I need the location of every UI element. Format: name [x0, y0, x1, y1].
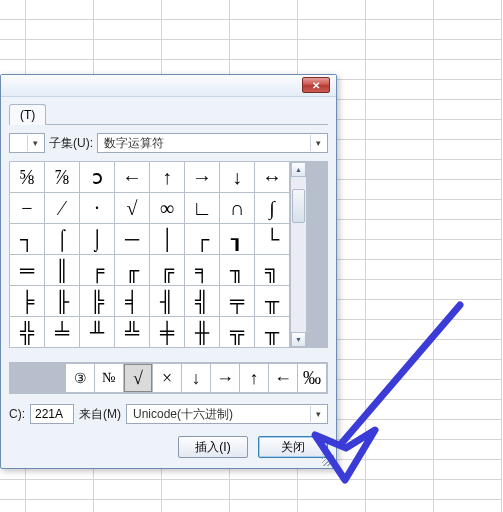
symbol-cell[interactable]: ─	[115, 224, 149, 254]
insert-button[interactable]: 插入(I)	[178, 436, 248, 458]
symbol-cell[interactable]: ←	[115, 162, 149, 192]
symbol-cell[interactable]: ⅝	[10, 162, 44, 192]
dialog-titlebar[interactable]: ✕	[1, 75, 336, 97]
recent-symbols: ③№√×↓→↑←‰	[9, 362, 328, 394]
symbol-cell[interactable]: ╧	[45, 317, 79, 347]
chevron-down-icon	[310, 406, 325, 422]
symbol-cell[interactable]: │	[150, 224, 184, 254]
font-combo[interactable]	[9, 133, 45, 153]
symbol-cell[interactable]: ╔	[150, 255, 184, 285]
scroll-down-icon[interactable]: ▼	[291, 332, 306, 347]
symbol-cell[interactable]: ╟	[45, 286, 79, 316]
symbol-cell[interactable]: ╨	[80, 317, 114, 347]
close-icon[interactable]: ✕	[302, 77, 330, 93]
symbol-cell[interactable]: ∫	[255, 193, 289, 223]
close-button[interactable]: 关闭	[258, 436, 328, 458]
symbol-cell[interactable]: ╞	[10, 286, 44, 316]
chevron-down-icon	[27, 135, 42, 151]
tab-special[interactable]: (T)	[9, 104, 46, 125]
symbol-grid: ⅝⅞ↄ←↑→↓↔▲▼−∕∙√∞∟∩∫┐⌠⌡─│┌┒└═║╒╓╔╕╖╗╞╟╠╡╢╣…	[9, 161, 328, 348]
recent-symbol[interactable]: ×	[153, 364, 181, 392]
from-combo[interactable]: Unicode(十六进制)	[126, 404, 328, 424]
symbol-cell[interactable]: ╦	[220, 317, 254, 347]
recent-symbol[interactable]: →	[211, 364, 239, 392]
scroll-thumb[interactable]	[292, 189, 305, 223]
scroll-up-icon[interactable]: ▲	[291, 162, 306, 177]
symbol-cell[interactable]: ╓	[115, 255, 149, 285]
symbol-cell[interactable]: └	[255, 224, 289, 254]
symbol-cell[interactable]: ∩	[220, 193, 254, 223]
symbol-cell[interactable]: ═	[10, 255, 44, 285]
symbol-dialog: ✕ (T) 子集(U): 数字运算符 ⅝⅞ↄ←↑→↓↔▲▼−∕∙√∞∟∩∫┐⌠⌡…	[0, 74, 337, 469]
symbol-grid-scrollbar[interactable]: ▲▼	[290, 162, 306, 347]
symbol-cell[interactable]: →	[185, 162, 219, 192]
symbol-cell[interactable]: ↔	[255, 162, 289, 192]
symbol-cell[interactable]: ╥	[255, 317, 289, 347]
symbol-cell[interactable]: ∕	[45, 193, 79, 223]
symbol-cell[interactable]: ┒	[220, 224, 254, 254]
symbol-cell[interactable]: ╩	[115, 317, 149, 347]
symbol-cell[interactable]: ╕	[185, 255, 219, 285]
symbol-cell[interactable]: ↄ	[80, 162, 114, 192]
recent-symbol[interactable]: √	[124, 364, 152, 392]
symbol-cell[interactable]: ↑	[150, 162, 184, 192]
recent-symbol[interactable]: ↓	[182, 364, 210, 392]
symbol-cell[interactable]: ┌	[185, 224, 219, 254]
recent-symbol[interactable]: ←	[269, 364, 297, 392]
subset-label: 子集(U):	[49, 135, 93, 152]
symbol-cell[interactable]: ╗	[255, 255, 289, 285]
symbol-cell[interactable]: ╥	[255, 286, 289, 316]
recent-symbol[interactable]: ③	[66, 364, 94, 392]
from-label: 来自(M)	[79, 406, 121, 423]
symbol-cell[interactable]: ╪	[150, 317, 184, 347]
symbol-cell[interactable]: ╬	[10, 317, 44, 347]
symbol-cell[interactable]: ╤	[220, 286, 254, 316]
char-code-label: C):	[9, 407, 25, 421]
resize-grip-icon[interactable]	[322, 454, 334, 466]
symbol-cell[interactable]: ╡	[115, 286, 149, 316]
symbol-cell[interactable]: ∟	[185, 193, 219, 223]
symbol-cell[interactable]: ⌡	[80, 224, 114, 254]
symbol-cell[interactable]: ╣	[185, 286, 219, 316]
symbol-cell[interactable]: −	[10, 193, 44, 223]
subset-combo[interactable]: 数字运算符	[97, 133, 328, 153]
symbol-cell[interactable]: ║	[45, 255, 79, 285]
recent-symbol[interactable]: ↑	[240, 364, 268, 392]
symbol-cell[interactable]: ╒	[80, 255, 114, 285]
tab-strip: (T)	[9, 103, 328, 125]
char-code-input[interactable]: 221A	[30, 404, 74, 424]
symbol-cell[interactable]: ╫	[185, 317, 219, 347]
symbol-cell[interactable]: ↓	[220, 162, 254, 192]
symbol-cell[interactable]: ╢	[150, 286, 184, 316]
symbol-cell[interactable]: ╠	[80, 286, 114, 316]
chevron-down-icon	[310, 135, 325, 151]
symbol-cell[interactable]: ∙	[80, 193, 114, 223]
symbol-cell[interactable]: ⌠	[45, 224, 79, 254]
recent-symbol[interactable]: ‰	[298, 364, 326, 392]
symbol-cell[interactable]: ⅞	[45, 162, 79, 192]
symbol-cell[interactable]: √	[115, 193, 149, 223]
recent-symbol[interactable]: №	[95, 364, 123, 392]
symbol-cell[interactable]: ∞	[150, 193, 184, 223]
symbol-cell[interactable]: ┐	[10, 224, 44, 254]
symbol-cell[interactable]: ╖	[220, 255, 254, 285]
